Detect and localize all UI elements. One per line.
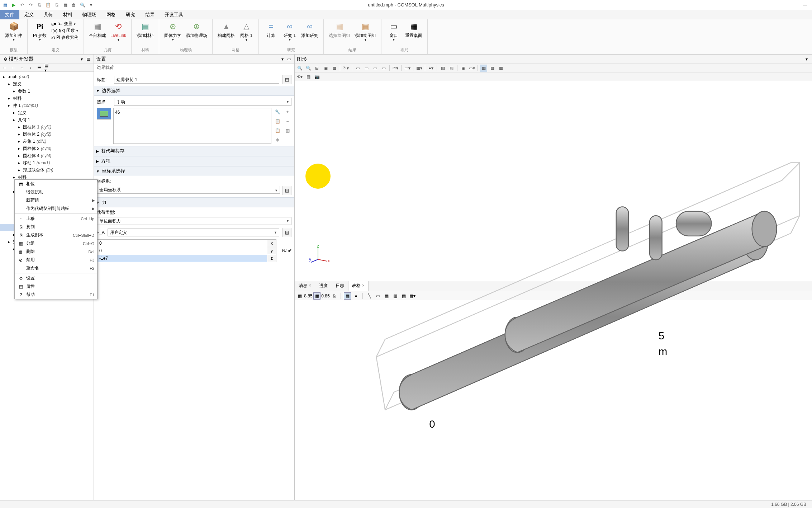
selection-toggle[interactable] — [97, 108, 111, 119]
menu-study[interactable]: 研究 — [121, 10, 140, 19]
load-type-select[interactable]: 单位面积力 — [97, 217, 291, 225]
ctx-item[interactable]: 谐波扰动 — [15, 188, 97, 196]
zoom-in-icon[interactable]: 🔍 — [296, 65, 303, 72]
menu-devtools[interactable]: 开发工具 — [160, 10, 188, 19]
study1-button[interactable]: ∞ 研究 1 ▾ — [280, 20, 299, 42]
ctx-item[interactable]: 作为代码复制到剪贴板▶ — [15, 204, 97, 213]
add-material-button[interactable]: ▤ 添加材料 — [134, 20, 156, 39]
ctx-item[interactable]: 载荷组▶ — [15, 196, 97, 204]
search-icon[interactable]: 🔍 — [80, 2, 85, 8]
view-default-icon[interactable]: ▭ — [380, 65, 387, 72]
settings-undock-icon[interactable]: ▾ — [279, 56, 286, 62]
run-icon[interactable]: ▶ — [11, 2, 16, 8]
force-y-input[interactable] — [97, 247, 267, 254]
tree-view-icon[interactable]: ▤ ▾ — [44, 65, 51, 71]
add-component-button[interactable]: 📦 添加组件 ▾ — [3, 20, 24, 42]
label-input[interactable] — [114, 76, 279, 84]
redo-icon[interactable]: ↷ — [28, 2, 34, 8]
paste2-selection-icon[interactable]: 📋 — [274, 127, 281, 135]
copy-selection-icon[interactable]: 📋 — [274, 117, 281, 125]
add-physics-button[interactable]: ⊛ 添加物理场 — [184, 20, 209, 39]
coord-system-select[interactable]: 全局坐标系 — [97, 186, 280, 194]
build-mesh-button[interactable]: ▲ 构建网格 — [215, 20, 237, 39]
tbl-auto-icon[interactable]: ▦ — [313, 292, 320, 300]
label-apply-button[interactable]: ▤ — [282, 75, 291, 84]
refresh-icon[interactable]: ⟳▾ — [392, 65, 399, 72]
tree-node[interactable]: ▸.mph(root) — [0, 73, 94, 80]
tbl-precision-icon[interactable]: 8.85 — [305, 292, 312, 300]
menu-mesh[interactable]: 网格 — [101, 10, 121, 19]
tree-collapse-icon[interactable]: ☰ — [36, 65, 42, 71]
view-xz-icon[interactable]: ▭ — [363, 65, 370, 72]
table-icon[interactable]: ▦ — [62, 2, 68, 8]
param-instance-button[interactable]: PiPi 参数实例 — [51, 34, 79, 41]
fa-apply-button[interactable]: ▤ — [282, 228, 291, 237]
tree-node[interactable]: ▸材料 — [0, 95, 94, 102]
coord-apply-button[interactable]: ▤ — [282, 186, 291, 195]
section-override[interactable]: ▶替代与共存 — [94, 146, 294, 156]
minimize-button[interactable]: — — [798, 0, 812, 10]
paste-icon[interactable]: 📋 — [45, 2, 51, 8]
force-z-input[interactable] — [97, 255, 267, 262]
render3-icon[interactable]: ▦ — [497, 65, 504, 72]
remove-selection-icon[interactable]: − — [284, 117, 291, 125]
tab-messages[interactable]: 消息× — [295, 281, 315, 291]
section-equation[interactable]: ▶方程 — [94, 156, 294, 166]
ctx-item[interactable]: ⬒相位 — [15, 180, 97, 188]
render1-icon[interactable]: ▦ — [480, 65, 487, 72]
mesh1-button[interactable]: △ 网格 1 ▾ — [237, 20, 256, 42]
add-study-button[interactable]: ∞ 添加研究 — [299, 20, 320, 39]
force-x-input[interactable] — [97, 240, 267, 247]
parameters-button[interactable]: Pi Pi 参数 ▾ — [30, 20, 49, 42]
tree-down-icon[interactable]: ↓ — [27, 65, 34, 71]
tree-node[interactable]: ▸圆柱体 4(cyl4) — [0, 152, 94, 159]
tree-up-icon[interactable]: ↑ — [19, 65, 25, 71]
section-boundary-selection[interactable]: ▼边界选择 — [94, 86, 294, 96]
settings-close-icon[interactable]: ▭ — [286, 56, 292, 62]
menu-file[interactable]: 文件 — [0, 10, 19, 19]
section-coord-sys[interactable]: ▼坐标系选择 — [94, 166, 294, 176]
toggle-selection-icon[interactable]: ▥ — [284, 127, 291, 135]
livelink-button[interactable]: ⟲ LiveLink ▾ — [108, 20, 128, 42]
tree-nav-back-icon[interactable]: ← — [1, 65, 8, 71]
compute-button[interactable]: = 计算 — [262, 20, 280, 39]
solid-mechanics-button[interactable]: ⊛ 固体力学 ▾ — [162, 20, 184, 42]
render2-icon[interactable]: ▦ — [489, 65, 496, 72]
copy2-icon[interactable]: ⎘ — [54, 2, 60, 8]
zoom-box-icon[interactable]: ▣ — [322, 65, 329, 72]
ctx-item[interactable]: 重命名F2 — [15, 264, 97, 272]
tree-node[interactable]: ▸件 1(comp1) — [0, 102, 94, 109]
sel-mode2-icon[interactable]: ▨ — [448, 65, 455, 72]
tree-node[interactable]: ▸圆柱体 2(cyl2) — [0, 131, 94, 138]
menu-physics[interactable]: 物理场 — [77, 10, 101, 19]
anim-icon[interactable]: ⟲▾ — [296, 73, 303, 80]
view-yz-icon[interactable]: ▭ — [371, 65, 379, 72]
zoom-out-icon[interactable]: 🔍 — [305, 65, 312, 72]
delete-icon[interactable]: 🗑 — [71, 2, 77, 8]
highlight-icon[interactable]: ▣ — [460, 65, 467, 72]
tree-node[interactable]: ▸定义 — [0, 80, 94, 88]
ctx-item[interactable]: ↑上移Ctrl+Up — [15, 215, 97, 223]
rotate-icon[interactable]: ↻▾ — [342, 65, 350, 72]
gfx-undock-icon[interactable]: ▾ — [803, 56, 810, 62]
ctx-item[interactable]: 🗑删除Del — [15, 248, 97, 256]
add-selection-icon[interactable]: + — [284, 108, 291, 116]
zoom-sel-icon[interactable]: ▦ — [331, 65, 338, 72]
ctx-item[interactable]: ⎘复制 — [15, 223, 97, 231]
view-xy-icon[interactable]: ▭ — [354, 65, 361, 72]
section-force[interactable]: ▼力 — [94, 197, 294, 207]
menu-geometry[interactable]: 几何 — [39, 10, 58, 19]
target-selection-icon[interactable]: ⊕ — [274, 136, 281, 144]
close-icon[interactable]: × — [309, 283, 311, 288]
ctx-item[interactable]: ⚙设置 — [15, 274, 97, 282]
tree-node[interactable]: ▸参数 1 — [0, 88, 94, 95]
copy-icon[interactable]: ⎘ — [37, 2, 42, 8]
zoom-extents-icon[interactable]: ⊞ — [313, 65, 320, 72]
menu-material[interactable]: 材料 — [58, 10, 77, 19]
dropdown-icon[interactable]: ▾ — [88, 2, 94, 8]
ctx-item[interactable]: ⊘禁用F3 — [15, 256, 97, 264]
functions-button[interactable]: f(x)f(x) 函数▾ — [51, 28, 79, 34]
ctx-item[interactable]: ?帮助F1 — [15, 291, 97, 299]
ctx-item[interactable]: ▦分组Ctrl+G — [15, 239, 97, 248]
undo-icon[interactable]: ↶ — [19, 2, 25, 8]
